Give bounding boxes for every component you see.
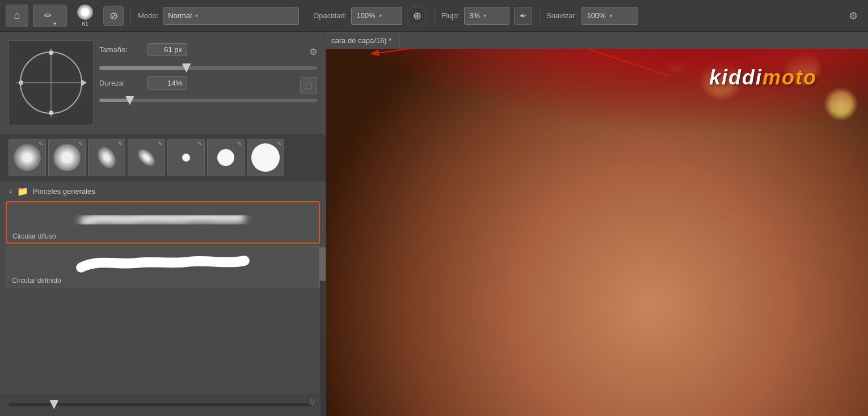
brush-preset-3[interactable]: ✎: [128, 139, 165, 176]
hardness-slider[interactable]: [99, 99, 317, 102]
resize-handle[interactable]: //: [310, 397, 315, 407]
bottom-slider-thumb[interactable]: [49, 400, 58, 409]
preset-preview-0: [14, 144, 41, 171]
mode-value: Normal: [168, 11, 192, 20]
moto-text: moto: [762, 66, 817, 89]
library-chevron-icon: ∨: [9, 188, 12, 194]
brush-size-number: 61: [82, 21, 88, 27]
brush-item-circular-difuso[interactable]: Circular difuso: [6, 201, 320, 244]
preset-edit-6: ✎: [277, 141, 281, 147]
opacity-input-group: 100% ▾: [351, 7, 402, 25]
preset-preview-2: [94, 144, 119, 172]
smooth-value: 100%: [587, 11, 605, 20]
canvas-image[interactable]: [323, 49, 868, 416]
pen-button[interactable]: ✒: [514, 7, 532, 25]
panel-gear-button[interactable]: ⚙: [309, 46, 317, 57]
brush-preset-1[interactable]: ✎: [48, 139, 86, 176]
brush-preset-6[interactable]: ✎: [247, 139, 284, 176]
brush-circle: [20, 52, 82, 114]
hardness-value[interactable]: 14%: [148, 77, 187, 90]
preset-edit-2: ✎: [118, 141, 123, 147]
bottom-slider-area: //: [0, 393, 321, 416]
hardness-slider-fill: [99, 99, 130, 102]
gear-icon: ⚙: [849, 10, 858, 22]
brush-handle-right[interactable]: [81, 79, 87, 86]
hardness-param-row: Dureza: 14% □: [99, 77, 317, 94]
mode-label: Modo:: [138, 11, 158, 20]
brush-options-button[interactable]: ⊘: [103, 6, 124, 26]
document-tab[interactable]: cara de capa/16) *: [323, 32, 400, 49]
bottom-slider[interactable]: [9, 403, 312, 406]
toolbar-separator-1: [130, 7, 131, 24]
resize-icon: //: [310, 397, 315, 407]
smooth-label: Suavizar:: [546, 11, 577, 20]
hardness-slider-row: [99, 99, 317, 102]
target-button[interactable]: ⊕: [407, 6, 427, 26]
preset-edit-3: ✎: [158, 141, 162, 147]
brush-preset-5[interactable]: ✎: [207, 139, 245, 176]
library-title: Pinceles generales: [33, 187, 95, 196]
circular-definido-label: Circular definido: [12, 277, 314, 285]
mode-chevron-icon: ▾: [195, 12, 198, 19]
hardness-label: Dureza:: [99, 79, 142, 87]
preset-edit-5: ✎: [237, 141, 242, 147]
opacity-chevron-icon: ▾: [379, 12, 382, 19]
document-tab-title: cara de capa/16) *: [331, 36, 391, 45]
target-icon: ⊕: [413, 10, 422, 22]
brush-item-circular-definido[interactable]: Circular definido: [6, 246, 320, 287]
size-value[interactable]: 61 px: [148, 43, 187, 56]
brush-preset-4[interactable]: ✎: [167, 139, 205, 176]
smooth-chevron-icon: ▾: [609, 12, 612, 19]
brush-parameters: Tamaño: 61 px ⚙ Dureza:: [99, 40, 317, 109]
brush-panel: Tamaño: 61 px ⚙ Dureza:: [0, 32, 326, 416]
main-toolbar: ⌂ ✏ ▾ 61 ⊘ Modo: Normal ▾ Opacidad: 100%…: [0, 0, 868, 32]
home-button[interactable]: ⌂: [6, 5, 28, 27]
gear-settings-icon: ⚙: [309, 47, 317, 57]
circular-definido-svg: [12, 252, 314, 274]
hardness-row: Dureza: 14%: [99, 77, 296, 90]
kiddimoto-logo: kiddimoto: [709, 66, 817, 90]
brush-library: ∨ 📁 Pinceles generales Circ: [0, 181, 326, 287]
brush-handle-left[interactable]: [19, 80, 23, 85]
size-row: Tamaño: 61 px: [99, 43, 305, 56]
square-icon: □: [306, 80, 311, 91]
preset-edit-0: ✎: [39, 141, 43, 147]
chevron-down-icon: ▾: [53, 20, 56, 27]
home-icon: ⌂: [14, 10, 20, 22]
panel-square-button[interactable]: □: [300, 77, 317, 94]
preset-preview-6: [251, 143, 280, 172]
circular-definido-preview: [12, 250, 314, 275]
folder-icon: 📁: [17, 186, 28, 197]
size-slider[interactable]: [99, 66, 317, 70]
toolbar-gear-button[interactable]: ⚙: [844, 7, 862, 25]
panel-scrollbar-thumb[interactable]: [320, 247, 326, 281]
flow-chevron-icon: ▾: [483, 12, 486, 19]
flow-value: 3%: [469, 11, 480, 20]
preset-preview-1: [53, 144, 81, 171]
brush-library-header[interactable]: ∨ 📁 Pinceles generales: [6, 181, 320, 201]
panel-scrollbar[interactable]: [320, 247, 326, 416]
flow-dropdown[interactable]: 3% ▾: [464, 7, 509, 25]
preset-preview-3: [135, 146, 158, 169]
toolbar-separator-4: [539, 7, 540, 24]
preset-edit-4: ✎: [197, 141, 202, 147]
smooth-dropdown[interactable]: 100% ▾: [582, 7, 638, 25]
brush-presets-grid: ✎ ✎ ✎ ✎ ✎: [0, 134, 326, 181]
circular-difuso-preview: [12, 206, 313, 231]
flow-label: Flujo:: [441, 11, 460, 20]
brush-handle-bottom[interactable]: [49, 111, 53, 115]
brush-size-display: 61: [71, 5, 99, 27]
brush-handle-top[interactable]: [49, 50, 53, 55]
opacity-label: Opacidad:: [313, 11, 347, 20]
preset-preview-5: [217, 149, 234, 166]
brush-preset-0[interactable]: ✎: [9, 139, 46, 176]
brush-preview-section: Tamaño: 61 px ⚙ Dureza:: [0, 32, 326, 134]
kiddi-text: kiddi: [709, 66, 762, 89]
brush-preset-2[interactable]: ✎: [88, 139, 125, 176]
circular-difuso-svg: [12, 207, 313, 230]
mode-dropdown[interactable]: Normal ▾: [163, 7, 299, 25]
size-slider-fill: [99, 66, 187, 70]
opacity-dropdown[interactable]: 100% ▾: [351, 7, 402, 25]
brush-tool-button[interactable]: ✏ ▾: [33, 5, 67, 27]
toolbar-separator-3: [434, 7, 435, 24]
